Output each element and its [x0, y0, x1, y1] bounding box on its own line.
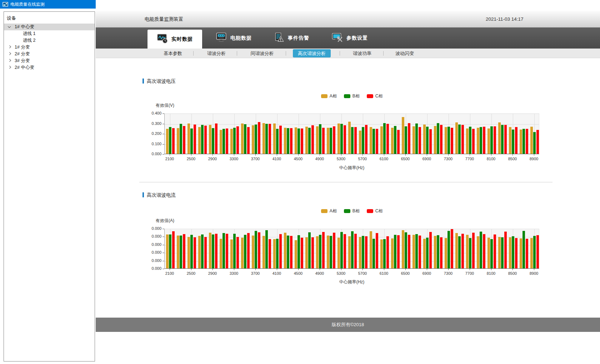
bar-B相-6900	[426, 127, 429, 154]
tab-realtime-data[interactable]: 实时数据	[148, 30, 202, 49]
bar-A相-6500	[402, 230, 404, 269]
subtab-3[interactable]: 高次谐波分析	[293, 49, 331, 57]
bar-B相-8700	[522, 129, 525, 154]
bar-A相-7900	[477, 128, 479, 154]
bar-A相-3900	[262, 123, 265, 154]
bar-C相-2300	[183, 126, 185, 154]
bar-C相-3500	[247, 127, 250, 154]
y-tick-label: 0.400	[143, 111, 161, 115]
bar-C相-6900	[429, 129, 432, 154]
bar-A相-8100	[488, 128, 490, 154]
copyright-text: 版权所有©2018	[96, 318, 600, 332]
bar-A相-6300	[391, 128, 394, 154]
bar-A相-4900	[316, 236, 319, 268]
legend-item-A相[interactable]: A相	[321, 93, 337, 99]
bar-A相-2300	[177, 236, 179, 268]
bar-A相-3100	[220, 239, 222, 268]
bar-A相-8900	[530, 238, 533, 268]
tab-label: 电能数据	[230, 35, 252, 41]
legend-item-C相[interactable]: C相	[367, 208, 383, 214]
tree-item-5[interactable]: 3# 分变	[4, 57, 95, 64]
bar-C相-8300	[504, 232, 507, 268]
subtab-5[interactable]: 波动闪变	[395, 49, 414, 58]
x-tick-label: 4100	[269, 157, 285, 161]
bar-B相-6900	[426, 238, 429, 268]
tree-item-0[interactable]: 1# 中心变	[4, 24, 95, 30]
bar-A相-5500	[348, 236, 351, 268]
bar-C相-5700	[365, 125, 368, 154]
bar-A相-2900	[209, 125, 211, 154]
tab-event-alarm[interactable]: 事件告警	[271, 27, 318, 49]
subtab-4[interactable]: 谐波功率	[353, 49, 371, 58]
bar-B相-2100	[169, 234, 171, 268]
bar-B相-4100	[276, 239, 279, 268]
app-icon	[2, 1, 8, 7]
bar-C相-7700	[472, 233, 475, 268]
bar-A相-4300	[284, 128, 286, 154]
bar-C相-3700	[258, 232, 260, 268]
tree-item-label: 2# 中心变	[15, 64, 34, 71]
subtab-1[interactable]: 谐波分析	[207, 49, 226, 58]
legend-swatch	[344, 209, 350, 213]
tab-settings[interactable]: 参数设置	[330, 27, 377, 49]
bar-A相-6100	[380, 239, 383, 268]
subtab-2[interactable]: 间谐波分析	[251, 49, 274, 58]
datetime-display: 2021-11-03 14:17	[486, 11, 524, 27]
x-tick-label: 5700	[355, 157, 370, 161]
tree-item-2[interactable]: 进线 2	[4, 37, 95, 44]
tree-item-label: 1# 中心变	[15, 24, 34, 30]
bar-A相-6300	[391, 238, 394, 268]
bar-A相-2500	[188, 237, 190, 269]
bar-B相-8300	[501, 125, 504, 154]
bar-B相-3500	[244, 235, 246, 268]
bar-B相-7300	[448, 127, 450, 154]
bar-C相-6100	[386, 236, 389, 268]
sub-tab-bar: 基本参数谐波分析间谐波分析高次谐波分析谐波功率波动闪变	[96, 49, 600, 58]
bar-C相-2100	[172, 128, 175, 154]
bar-B相-7900	[480, 232, 482, 268]
plot-area	[164, 113, 539, 154]
tree-item-1[interactable]: 进线 1	[4, 30, 95, 37]
bar-B相-8700	[522, 231, 525, 268]
bar-B相-5900	[372, 239, 375, 268]
bar-A相-7900	[477, 236, 479, 268]
bar-A相-3700	[252, 125, 254, 154]
legend-item-B相[interactable]: B相	[344, 208, 360, 214]
bar-A相-5500	[348, 122, 351, 154]
legend-item-C相[interactable]: C相	[367, 93, 383, 99]
bar-C相-2700	[204, 237, 207, 269]
tab-energy-data[interactable]: 电能数据	[214, 27, 260, 49]
x-tick-label: 8500	[505, 271, 520, 275]
plot-area	[164, 229, 539, 269]
bar-B相-2700	[201, 234, 204, 268]
bar-A相-2500	[188, 123, 190, 154]
tree-item-3[interactable]: 1# 分变	[4, 44, 95, 51]
bar-B相-3500	[244, 124, 246, 154]
bar-C相-6300	[397, 235, 400, 268]
bar-C相-6300	[397, 130, 400, 154]
bar-C相-8100	[494, 126, 496, 154]
bar-C相-4100	[279, 234, 282, 268]
bar-B相-5500	[351, 127, 354, 154]
device-panel: 设备 1# 中心变进线 1进线 21# 分变2# 分变3# 分变2# 中心变	[4, 11, 95, 362]
bar-A相-6700	[412, 126, 415, 154]
bar-C相-7100	[440, 237, 442, 268]
bar-A相-2100	[166, 234, 169, 268]
legend-item-B相[interactable]: B相	[344, 93, 360, 99]
x-tick-label: 7700	[462, 157, 478, 161]
x-tick-label: 4900	[312, 157, 328, 161]
bar-B相-7100	[437, 123, 439, 154]
bar-B相-4900	[319, 124, 321, 154]
legend-item-A相[interactable]: A相	[321, 208, 337, 214]
bar-A相-7300	[445, 127, 447, 154]
voltage-chart-legend: A相B相C相	[164, 93, 539, 99]
x-tick-label: 7300	[440, 271, 456, 275]
bar-C相-4900	[322, 232, 325, 268]
subtab-0[interactable]: 基本参数	[164, 49, 182, 58]
tree-item-6[interactable]: 2# 中心变	[4, 64, 95, 71]
bar-B相-2700	[201, 125, 204, 154]
x-tick-label: 8100	[483, 157, 499, 161]
tree-item-4[interactable]: 2# 分变	[4, 51, 95, 57]
tree-item-label: 进线 1	[23, 30, 35, 37]
bar-B相-3300	[233, 234, 236, 268]
